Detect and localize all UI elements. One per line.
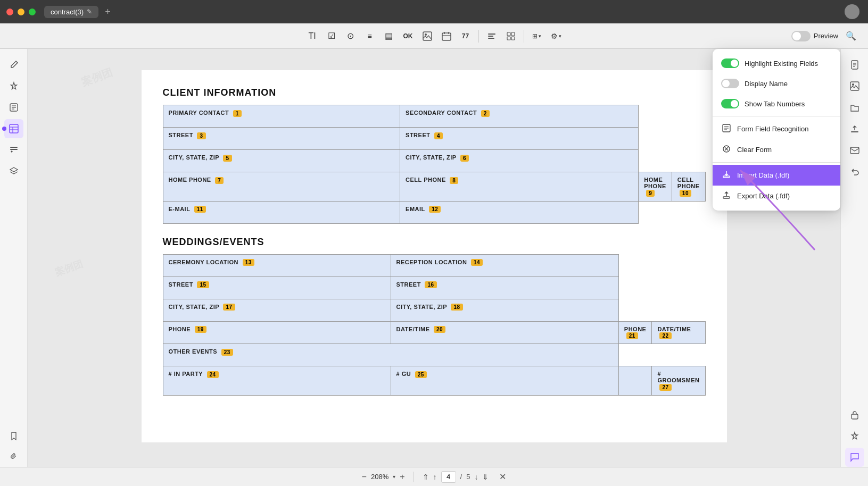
traffic-lights: [6, 9, 36, 15]
sidebar-btn-table[interactable]: [4, 119, 23, 138]
field-datetime-20[interactable]: DATE/TIME 20: [391, 321, 618, 344]
minimize-button[interactable]: [18, 9, 24, 15]
field-city-zip-6[interactable]: CITY, STATE, ZIP 6: [400, 150, 639, 172]
search-button[interactable]: 🔍: [842, 28, 859, 45]
field-secondary-contact[interactable]: SECONDARY CONTACT 2: [400, 105, 639, 128]
field-groomsmen[interactable]: # GROOMSMEN 27: [652, 366, 705, 396]
svg-rect-6: [488, 33, 495, 35]
zoom-out-button[interactable]: −: [362, 472, 367, 482]
dropdown-export-data[interactable]: Export Data (.fdf): [713, 186, 840, 206]
section-title-weddings: WEDDINGS/EVENTS: [163, 237, 706, 248]
dropdown-import-data[interactable]: Import Data (.fdf): [713, 165, 840, 186]
dropdown-clear-form[interactable]: Clear Form: [713, 139, 840, 160]
zoom-percent: 208%: [371, 473, 388, 481]
right-sidebar-btn-star[interactable]: [845, 426, 864, 446]
sidebar-btn-pin[interactable]: [4, 77, 23, 96]
field-phone-19[interactable]: PHONE 19: [163, 321, 391, 344]
maximize-button[interactable]: [29, 9, 36, 15]
right-sidebar-btn-page[interactable]: [845, 55, 864, 74]
field-cell-phone-10[interactable]: CELL PHONE 10: [672, 172, 705, 202]
field-number-22: 22: [659, 332, 671, 339]
left-sidebar: [0, 49, 28, 467]
field-city-zip-5[interactable]: CITY, STATE, ZIP 5: [163, 150, 400, 172]
combo-tool-icon[interactable]: ▤: [381, 28, 398, 45]
field-label: HOME PHONE: [644, 177, 666, 189]
field-phone-21[interactable]: PHONE 21: [618, 321, 652, 344]
clear-form-icon: [721, 145, 732, 155]
right-sidebar-btn-secure[interactable]: [845, 405, 864, 424]
display-name-toggle[interactable]: [721, 79, 739, 88]
ok-tool-icon[interactable]: OK: [400, 28, 417, 45]
nav-first-button[interactable]: ⇑: [423, 473, 429, 481]
content-area[interactable]: 案例团 9980 案例团 5-1 案例团 5-1 CLIENT INFORMAT…: [28, 49, 840, 467]
list-tool-icon[interactable]: ≡: [361, 28, 378, 45]
dropdown-show-tab-numbers[interactable]: Show Tab Numbers: [713, 94, 840, 114]
sidebar-btn-layers[interactable]: [4, 162, 23, 181]
table-row: PRIMARY CONTACT 1 SECONDARY CONTACT 2: [163, 105, 705, 128]
tab[interactable]: contract(3) ✎: [44, 6, 98, 18]
field-datetime-22[interactable]: DATE/TIME 22: [652, 321, 705, 344]
page-current-input[interactable]: [441, 471, 456, 483]
dropdown-form-recognition[interactable]: Form Field Recognition: [713, 119, 840, 139]
calendar-tool-icon[interactable]: [438, 28, 455, 45]
field-gu[interactable]: # GU 25: [391, 366, 618, 396]
right-sidebar-btn-comment[interactable]: [845, 448, 864, 467]
field-email-12[interactable]: EMAIL 12: [400, 201, 639, 223]
highlight-toggle[interactable]: [721, 58, 739, 68]
align-left-icon[interactable]: [483, 28, 500, 45]
preview-switch[interactable]: [791, 31, 811, 41]
grid-view-icon[interactable]: [502, 28, 519, 45]
close-button[interactable]: [6, 9, 13, 15]
sidebar-btn-bookmark[interactable]: [4, 426, 23, 446]
settings-icon[interactable]: ⚙ ▾: [548, 28, 565, 45]
image-tool-icon[interactable]: [419, 28, 436, 45]
svg-rect-35: [850, 82, 859, 90]
sidebar-btn-pencil[interactable]: [4, 55, 23, 74]
field-other-events[interactable]: OTHER EVENTS 23: [163, 344, 618, 366]
field-reception-location[interactable]: RECEPTION LOCATION 14: [391, 254, 618, 276]
dropdown-display-name[interactable]: Display Name: [713, 73, 840, 94]
field-primary-contact[interactable]: PRIMARY CONTACT 1: [163, 105, 400, 128]
zoom-in-button[interactable]: +: [400, 472, 404, 482]
close-bar-button[interactable]: ✕: [499, 472, 506, 482]
right-sidebar-btn-upload[interactable]: [845, 119, 864, 138]
nav-next-button[interactable]: ↓: [474, 473, 478, 481]
radio-tool-icon[interactable]: ⊙: [342, 28, 359, 45]
sidebar-btn-paperclip[interactable]: [4, 448, 23, 467]
sidebar-btn-edit[interactable]: [4, 140, 23, 160]
field-number-27: 27: [659, 384, 671, 391]
text-tool-icon[interactable]: TI: [304, 28, 321, 45]
right-sidebar-btn-mail[interactable]: [845, 140, 864, 160]
field-number-1: 1: [233, 110, 242, 117]
field-number-18: 18: [451, 304, 462, 311]
field-street-3[interactable]: STREET 3: [163, 128, 400, 150]
preview-toggle[interactable]: Preview: [791, 31, 838, 41]
field-home-phone-7[interactable]: HOME PHONE 7: [163, 172, 400, 202]
right-sidebar-btn-undo[interactable]: [845, 162, 864, 181]
sidebar-btn-forms[interactable]: [4, 98, 23, 117]
field-in-party[interactable]: # IN PARTY 24: [163, 366, 391, 396]
arrange-icon[interactable]: ⊞ ▾: [528, 28, 545, 45]
right-sidebar-btn-image[interactable]: [845, 77, 864, 96]
field-street-15[interactable]: STREET 15: [163, 276, 391, 299]
field-city-zip-17[interactable]: CITY, STATE, ZIP 17: [163, 299, 391, 321]
field-city-zip-18[interactable]: CITY, STATE, ZIP 18: [391, 299, 618, 321]
signature-tool-icon[interactable]: 77: [457, 28, 474, 45]
field-number-23: 23: [221, 349, 233, 356]
field-empty-26[interactable]: [618, 366, 652, 396]
field-street-16[interactable]: STREET 16: [391, 276, 618, 299]
right-sidebar-btn-folder[interactable]: [845, 98, 864, 117]
field-street-4[interactable]: STREET 4: [400, 128, 639, 150]
field-home-phone-9[interactable]: HOME PHONE 9: [639, 172, 672, 202]
field-cell-phone-8[interactable]: CELL PHONE 8: [400, 172, 639, 202]
nav-prev-button[interactable]: ↑: [433, 473, 437, 481]
document: CLIENT INFORMATION PRIMARY CONTACT 1 SEC…: [142, 70, 727, 442]
dropdown-highlight-fields[interactable]: Highlight Existing Fields: [713, 53, 840, 73]
field-email-11[interactable]: E-MAIL 11: [163, 201, 400, 223]
field-ceremony-location[interactable]: CEREMONY LOCATION 13: [163, 254, 391, 276]
nav-last-button[interactable]: ⇓: [482, 473, 489, 481]
tab-numbers-toggle[interactable]: [721, 99, 739, 108]
svg-rect-29: [723, 197, 730, 198]
checkbox-tool-icon[interactable]: ☑: [323, 28, 340, 45]
add-tab-button[interactable]: +: [105, 6, 111, 18]
